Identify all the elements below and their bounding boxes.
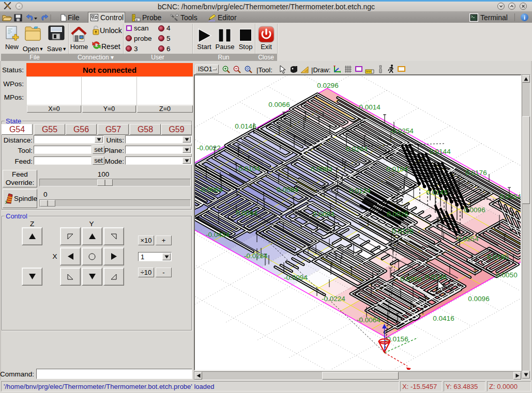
svg-text:0.0308: 0.0308 xyxy=(400,275,421,283)
svg-text:0.0204: 0.0204 xyxy=(346,145,368,153)
svg-text:0.0144: 0.0144 xyxy=(429,148,451,155)
svg-text:0.0084: 0.0084 xyxy=(311,165,332,173)
svg-text:0.0044: 0.0044 xyxy=(236,209,257,217)
svg-text:0.0176: 0.0176 xyxy=(465,169,487,177)
svg-text:0.0034: 0.0034 xyxy=(499,193,521,200)
svg-text:-0.0064: -0.0064 xyxy=(199,186,223,194)
svg-text:-0.0094: -0.0094 xyxy=(284,274,308,281)
svg-text:0.0104: 0.0104 xyxy=(386,165,408,173)
svg-text:0.0084: 0.0084 xyxy=(313,210,335,218)
svg-text:-0.0224: -0.0224 xyxy=(322,295,345,303)
svg-text:0.0096: 0.0096 xyxy=(468,295,489,303)
svg-text:0.0084: 0.0084 xyxy=(277,186,298,194)
svg-text:0.0180: 0.0180 xyxy=(487,253,508,261)
svg-text:0.0296: 0.0296 xyxy=(317,82,338,89)
svg-text:0.0124: 0.0124 xyxy=(349,187,371,195)
svg-text:-0.0254: -0.0254 xyxy=(390,127,414,135)
svg-text:0.0026: 0.0026 xyxy=(387,210,408,218)
svg-text:0.0254: 0.0254 xyxy=(457,235,479,243)
svg-text:0.0136: 0.0136 xyxy=(425,273,446,281)
svg-text:-0.0284: -0.0284 xyxy=(244,252,268,260)
svg-text:0.0146: 0.0146 xyxy=(235,122,256,130)
svg-text:0.0126: 0.0126 xyxy=(392,227,413,235)
svg-text:-0.0434: -0.0434 xyxy=(206,231,230,239)
svg-text:0.0066: 0.0066 xyxy=(268,101,290,108)
svg-text:0.0050: 0.0050 xyxy=(496,271,517,279)
svg-text:-0.0014: -0.0014 xyxy=(357,103,381,111)
svg-text:-0.0022: -0.0022 xyxy=(197,144,221,152)
svg-text:0.0145: 0.0145 xyxy=(426,188,447,196)
svg-text:0.0096: 0.0096 xyxy=(464,206,485,214)
svg-text:-0.0064: -0.0064 xyxy=(357,316,381,324)
svg-text:0.0416: 0.0416 xyxy=(433,315,454,322)
svg-text:-0.0104: -0.0104 xyxy=(236,165,260,172)
